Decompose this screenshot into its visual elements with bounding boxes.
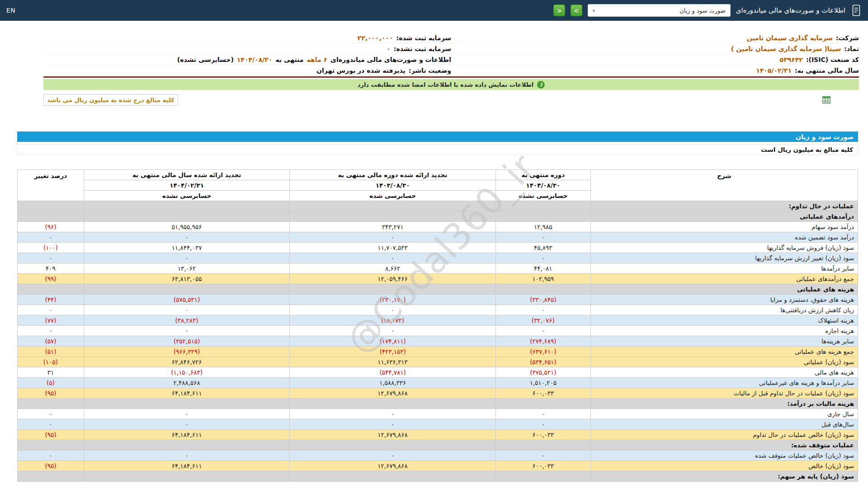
empty-cell [495,399,590,409]
company-info-panel: شرکت:سرمایه گذاری سیمان تامینسرمایه ثبت … [43,33,859,106]
col-header-restated-period-date: ۱۴۰۳/۰۸/۳۰ [290,180,495,191]
empty-cell [18,399,84,409]
section-row: هزینه های عملیاتی [18,284,858,295]
statement-table-wrap: شرح دوره منتهی به تجدید ارائه شده دوره م… [17,169,858,482]
row-label: سود (زیان) خالص عملیات در حال تداوم [590,430,858,440]
empty-cell [84,471,289,482]
col-header-period-audit: حسابرسی نشده [495,191,590,201]
cell-value: ۱,۵۸۸,۳۳۶ [290,378,495,388]
cell-value: ۰ [18,409,84,419]
cell-value: (۳۸,۲۸۳) [84,315,289,326]
cell-value: ۰ [84,232,289,243]
cell-value: ۶۲,۸۴۶,۷۲۶ [84,357,289,367]
cell-value: ۰ [18,253,84,263]
signature-match-bar: i اطلاعات نمایش داده شده با اطلاعات امضا… [43,79,859,90]
table-row: هزینه های مالی(۳۷۵,۵۲۱)(۵۴۴,۷۸۱)(۱,۱۵۰,۶… [18,367,858,378]
row-label: جمع درآمدهای عملیاتی [590,274,858,284]
cell-value: (۹۶۶,۳۲۹) [84,347,289,357]
col-header-restated-period-audit: حسابرسی شده [290,191,495,201]
col-header-restated-year-title: تجدید ارائه شده سال مالی منتهی به [84,170,289,180]
cell-value: ۶۴,۱۸۴,۶۱۱ [84,461,289,471]
cell-value: ۰ [84,409,289,419]
cell-value: ۰ [18,305,84,315]
next-statement-button[interactable]: > [571,5,582,16]
cell-value: ۱۱,۶۳۶,۳۱۳ [290,357,495,367]
section-row: سود (زیان) پایه هر سهم: [18,471,858,482]
cell-value: ۶۰۰,۰۳۳ [495,461,590,471]
row-label: سایر هزینه‌ها [590,336,858,347]
cell-value: ۴۰۹ [18,263,84,274]
report-icon[interactable] [851,4,862,17]
cell-value: (۳۳۰,۸۴۵) [495,295,590,305]
cell-value: (۱۰۵) [18,357,84,367]
info-cell-right: شرکت:سرمایه گذاری سیمان تامین [451,34,859,42]
statement-select[interactable]: صورت سود و زیان ▾ [588,4,731,17]
page-title: اطلاعات و صورت‌های مالی میاندوره‌ای [736,6,845,14]
cell-value: ۰ [84,450,289,461]
table-row: سود (زیان) عملیاتی(۵۳۴,۶۵۱)۱۱,۶۳۶,۳۱۳۶۲,… [18,357,858,367]
info-icon: i [537,81,545,89]
col-header-change: درصد تغییر [18,170,84,201]
empty-cell [84,440,289,450]
codal-page: { "navbar": { "title": "اطلاعات و صورت‌ه… [0,0,868,488]
prev-statement-button[interactable]: < [553,5,565,16]
cell-value: ۰ [84,326,289,336]
table-row: هزینه های حقوق، دستمزد و مزایا(۳۳۰,۸۴۵)(… [18,295,858,305]
info-cell-left: وضعیت ناشر:پذیرفته شده در بورس تهران [43,67,451,74]
cell-value: ۶۴,۱۸۴,۶۱۱ [84,388,289,399]
cell-value: ۰ [84,253,289,263]
col-header-period-title: دوره منتهی به [495,170,590,180]
info-value: سیتا( سرمایه گذاري سیمان تامین ) [731,45,841,52]
language-toggle[interactable]: EN [6,7,15,14]
info-value: سرمایه گذاری سیمان تامین [747,34,833,42]
cell-value: (۴۴) [18,295,84,305]
empty-cell [84,211,289,222]
cell-value: ۳۴۳,۲۷۱ [290,222,495,232]
empty-cell [495,211,590,222]
table-row: سود (زیان) خالص۶۰۰,۰۳۳۱۲,۶۷۹,۸۶۸۶۴,۱۸۴,۶… [18,461,858,471]
info-label: نماد: [844,45,859,52]
empty-cell [84,284,289,295]
row-label: درآمد سود سهام [590,222,858,232]
table-row: سایر هزینه‌ها(۲۷۴,۶۸۹)(۱۷۴,۸۱۱)(۳۵۲,۵۱۵)… [18,336,858,347]
cell-value: (۴۲۳,۱۵۳) [290,347,495,357]
row-label: سایر درآمدها و هزینه های غیرعملیاتی [590,378,858,388]
row-label: هزینه استهلاک [590,315,858,326]
cell-value: ۶۰۰,۰۳۳ [495,430,590,440]
row-label: زیان کاهش ارزش دریافتنی‌ها [590,305,858,315]
row-label: درآمد سود تضمین شده [590,232,858,243]
company-info-row: کد صنعت (ISIC):۵۳۹۶۴۲اطلاعات و صورت‌های … [43,54,859,65]
cell-value: ۰ [495,232,590,243]
info-value: ۰ [387,45,391,52]
excel-export-icon[interactable] [822,95,831,104]
info-text-segment: (حسابرسی نشده) [177,56,234,63]
empty-cell [18,440,84,450]
cell-value: ۴۵,۸۹۳ [495,243,590,253]
cell-value: ۱۱,۸۴۴,۰۳۷ [84,243,289,253]
info-cell-left: اطلاعات و صورت‌های مالی میاندوره‌ای ۶ ما… [43,56,451,63]
cell-value: ۴۴,۰۸۱ [495,263,590,274]
table-row: جمع درآمدهای عملیاتی۱۰۲,۹۵۹۱۲,۰۵۹,۴۶۶۶۳,… [18,274,858,284]
cell-value: ۱۰۲,۹۵۹ [495,274,590,284]
cell-value: (۱,۱۵۰,۶۸۳) [84,367,289,378]
empty-cell [290,201,495,211]
cell-value: ۳۱ [18,367,84,378]
info-cell-right: نماد:سیتا( سرمایه گذاري سیمان تامین ) [451,45,859,52]
empty-cell [18,201,84,211]
table-row: زیان کاهش ارزش دریافتنی‌ها۰۰۰۰ [18,305,858,315]
row-label: سود (زیان) تغییر ارزش سرمایه گذاریها [590,253,858,263]
top-navbar: اطلاعات و صورت‌های مالی میاندوره‌ای صورت… [0,0,868,21]
statement-select-value: صورت سود و زیان [679,7,726,14]
cell-value: ۱۲,۶۷۹,۸۶۸ [290,388,495,399]
row-label: هزینه های حقوق، دستمزد و مزایا [590,295,858,305]
cell-value: (۱۷۴,۸۱۱) [290,336,495,347]
cell-value: (۹۵) [18,461,84,471]
empty-cell [290,471,495,482]
red-divider [43,76,859,78]
cell-value: (۳۷۵,۵۲۱) [495,367,590,378]
cell-value: ۰ [495,253,590,263]
section-label: سود (زیان) پایه هر سهم: [590,471,858,482]
signature-match-text: اطلاعات نمایش داده شده با اطلاعات امضا ش… [358,81,534,88]
cell-value: ۰ [18,232,84,243]
section-row: عملیات متوقف شده: [18,440,858,450]
